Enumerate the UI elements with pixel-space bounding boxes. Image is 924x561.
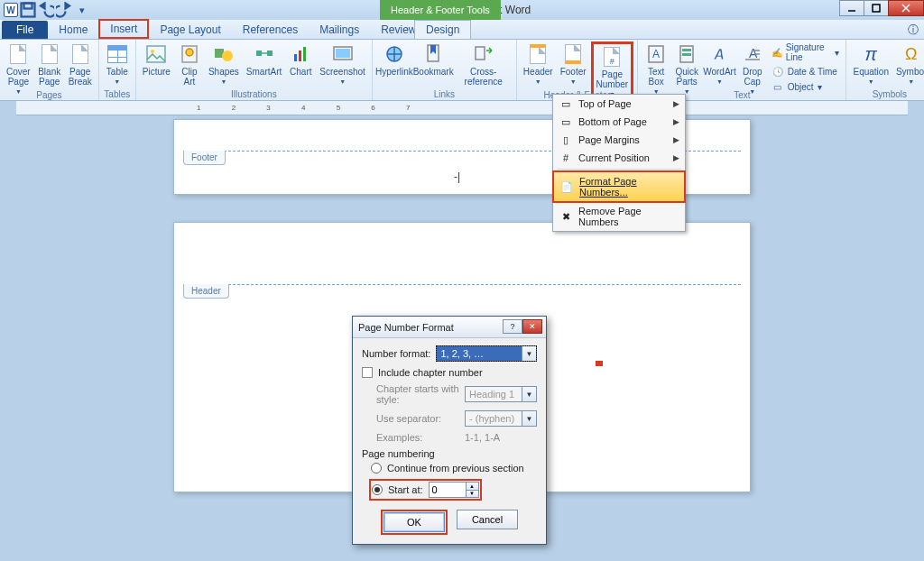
qat-customize-icon[interactable]: ▾ [74,2,90,18]
svg-text:A: A [749,46,758,60]
tab-mailings[interactable]: Mailings [309,21,370,39]
bookmark-icon [422,43,444,65]
object-icon: ▭ [772,80,784,93]
spin-up-icon[interactable]: ▲ [466,483,478,491]
blank-page-button[interactable]: BlankPage [35,41,64,88]
footer-tab[interactable]: Footer [183,151,226,165]
header-tab[interactable]: Header [183,284,229,299]
tab-design[interactable]: Design [414,20,471,39]
textbox-button[interactable]: ATextBox▼ [642,41,670,97]
svg-rect-12 [256,51,262,56]
svg-point-11 [222,51,233,61]
horizontal-ruler: 1 2 3 4 5 6 7 [16,101,908,115]
minimize-button[interactable] [839,0,864,16]
spin-down-icon[interactable]: ▼ [466,491,478,498]
svg-point-9 [186,49,193,56]
start-at-radio[interactable] [372,484,383,495]
shapes-button[interactable]: Shapes▼ [206,41,242,87]
group-pages: CoverPage▼ BlankPage PageBreak Pages [0,40,99,100]
svg-rect-6 [147,46,165,62]
menu-bottom-of-page[interactable]: ▭Bottom of Page▶ [553,113,685,131]
separator-label: Use separator: [376,413,441,424]
help-icon[interactable]: ⓘ [908,23,919,38]
chart-button[interactable]: Chart [286,41,315,78]
smartart-button[interactable]: SmartArt [244,41,284,78]
wordart-button[interactable]: AWordArt▼ [703,41,736,87]
header-button[interactable]: Header▼ [521,41,556,87]
svg-rect-16 [303,47,306,61]
svg-text:A: A [714,47,725,62]
word-app-icon[interactable]: W [4,3,18,17]
equation-button[interactable]: πEquation▼ [850,41,891,87]
clipart-button[interactable]: ClipArt [175,41,204,88]
group-header-footer: Header▼ Footer▼ #PageNumber▼ Header & Fo… [517,40,638,100]
screenshot-button[interactable]: Screenshot▼ [317,41,368,87]
tab-page-layout[interactable]: Page Layout [149,21,231,39]
tab-file[interactable]: File [2,21,48,39]
svg-rect-14 [294,54,297,61]
start-at-spinner[interactable]: ▲▼ [429,482,479,498]
quickparts-button[interactable]: QuickParts▼ [672,41,701,97]
svg-rect-26 [682,53,691,56]
contextual-tab-title: Header & Footer Tools [380,0,501,20]
page-number-icon: # [601,46,623,68]
menu-format-page-numbers[interactable]: 📄FFormat Page Numbers...ormat Page Numbe… [552,170,686,203]
chapter-starts-label: Chapter starts with style: [376,383,459,405]
undo-icon[interactable] [38,2,54,18]
current-position-icon: # [559,151,573,165]
menu-remove-page-numbers[interactable]: ✖Remove Page Numbers [553,202,685,231]
save-icon[interactable] [20,2,36,18]
date-time-button[interactable]: 🕓Date & Time [769,64,843,78]
bookmark-button[interactable]: Bookmark [414,41,453,78]
group-text: ATextBox▼ QuickParts▼ AWordArt▼ ADropCap… [638,40,846,100]
cancel-button[interactable]: Cancel [457,510,518,529]
group-tables: Table▼ Tables [99,40,136,100]
menu-separator [557,169,681,170]
dialog-title: Page Number Format [358,322,454,333]
maximize-button[interactable] [864,0,889,16]
dialog-title-bar[interactable]: Page Number Format ? ✕ [353,317,546,338]
ok-button[interactable]: OK [383,512,445,532]
svg-rect-21 [476,47,485,60]
dropcap-icon: A [742,43,763,65]
menu-top-of-page[interactable]: ▭Top of Page▶ [553,95,685,113]
close-button[interactable] [888,0,924,16]
page-break-button[interactable]: PageBreak [66,41,95,88]
cross-reference-button[interactable]: Cross-reference [454,41,512,88]
footer-button[interactable]: Footer▼ [558,41,589,87]
hyperlink-button[interactable]: Hyperlink [376,41,412,78]
chapter-starts-select: Heading 1▼ [465,386,537,402]
menu-current-position[interactable]: #Current Position▶ [553,149,685,167]
dialog-help-button[interactable]: ? [503,319,522,334]
examples-label: Examples: [376,432,422,443]
start-at-input[interactable] [430,483,466,497]
redo-icon[interactable] [56,2,72,18]
symbol-button[interactable]: ΩSymbol▼ [893,41,924,87]
continue-radio[interactable] [371,463,382,474]
chevron-down-icon[interactable]: ▼ [522,346,536,361]
separator-select: - (hyphen)▼ [465,410,537,427]
signature-line-button[interactable]: ✍Signature Line ▾ [769,41,843,63]
object-button[interactable]: ▭Object ▾ [769,79,843,94]
tab-home[interactable]: Home [48,21,98,39]
dropcap-button[interactable]: ADropCap▼ [738,41,767,97]
menu-page-margins[interactable]: ▯Page Margins▶ [553,131,685,149]
bottom-of-page-icon: ▭ [559,115,573,129]
table-button[interactable]: Table▼ [103,41,132,87]
chart-icon [290,43,311,65]
screenshot-icon [332,43,354,65]
tab-insert[interactable]: Insert [98,19,149,39]
picture-icon [145,43,167,65]
cover-page-button[interactable]: CoverPage▼ [4,41,33,97]
picture-button[interactable]: Picture [140,41,173,78]
wordart-icon: A [708,43,730,65]
window-controls [840,0,924,16]
include-chapter-label: Include chapter number [378,367,483,378]
dialog-close-button[interactable]: ✕ [522,319,542,334]
symbol-icon: Ω [901,43,922,65]
text-side-buttons: ✍Signature Line ▾ 🕓Date & Time ▭Object ▾ [769,41,843,94]
number-format-select[interactable]: 1, 2, 3, …▼ [436,345,537,362]
tab-references[interactable]: References [232,21,309,39]
include-chapter-checkbox[interactable] [362,367,373,378]
textbox-icon: A [645,43,667,65]
